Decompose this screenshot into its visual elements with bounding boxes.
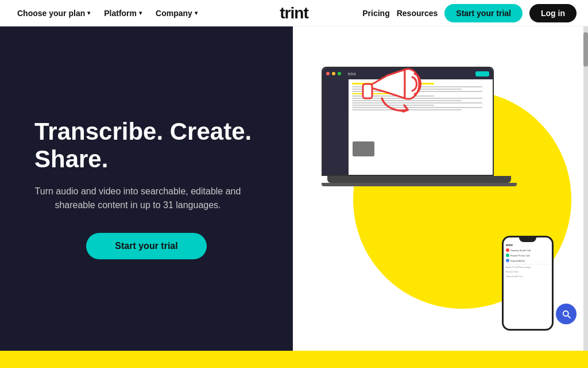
- phone-item-label: Rocket Promo Call: [510, 254, 529, 257]
- phone-section-label: Shared with You: [506, 275, 523, 278]
- phone-section-label: Audio & Call Recordings: [506, 266, 531, 269]
- search-icon: [561, 309, 571, 319]
- svg-line-2: [568, 316, 570, 317]
- nav-left: Choose your plan ▾ Platform ▾ Company ▾: [11, 0, 203, 26]
- laptop-foot: [322, 183, 517, 186]
- nav-resources-link[interactable]: Resources: [397, 9, 438, 18]
- phone-app-title: trint: [506, 243, 550, 247]
- navbar: Choose your plan ▾ Platform ▾ Company ▾ …: [0, 0, 588, 26]
- nav-item-choose-plan[interactable]: Choose your plan ▾: [11, 0, 96, 26]
- phone-section-label: Recent Trint: [506, 270, 519, 273]
- phone-list-item: Rocket Promo Call: [506, 254, 550, 257]
- svg-point-1: [563, 311, 568, 316]
- phone-item-dot: [506, 259, 509, 262]
- phone-list-item: Audio & Call Recordings: [506, 266, 550, 269]
- laptop-sidebar: [323, 79, 349, 175]
- phone-mockup: trint Starship Studio Call Rocket Promo …: [502, 236, 554, 331]
- chevron-down-icon: ▾: [139, 10, 142, 16]
- phone-list-item: Starship Studio Call: [506, 248, 550, 252]
- nav-label-company: Company: [156, 9, 192, 18]
- scrollbar[interactable]: [583, 26, 588, 351]
- phone-list-item: Recent Trint: [506, 270, 550, 273]
- phone-notch: [519, 237, 536, 242]
- nav-item-platform[interactable]: Platform ▾: [98, 0, 148, 26]
- hero-subtitle: Turn audio and video into searchable, ed…: [34, 185, 241, 212]
- nav-item-company[interactable]: Company ▾: [150, 0, 203, 26]
- phone-list-item: Shared with You: [506, 275, 550, 278]
- window-max-dot: [338, 72, 341, 75]
- hero-title: Transcribe. Create. Share.: [34, 118, 258, 174]
- svg-rect-0: [363, 84, 372, 98]
- phone-content: trint Starship Studio Call Rocket Promo …: [504, 242, 552, 281]
- hero-trial-button[interactable]: Start your trial: [86, 233, 206, 259]
- laptop-base: [327, 176, 511, 183]
- nav-pricing-link[interactable]: Pricing: [362, 9, 389, 18]
- nav-label-choose-plan: Choose your plan: [17, 9, 85, 18]
- divider: [506, 264, 550, 264]
- phone-item-label: Original Audio: [510, 259, 525, 262]
- nav-trial-button[interactable]: Start your trial: [444, 4, 523, 22]
- nav-login-button[interactable]: Log in: [529, 4, 577, 22]
- hero-right-panel: trint: [293, 26, 588, 351]
- chevron-down-icon: ▾: [195, 10, 198, 16]
- nav-label-platform: Platform: [104, 9, 137, 18]
- phone-item-dot: [506, 248, 509, 252]
- main-content: Transcribe. Create. Share. Turn audio an…: [0, 26, 588, 351]
- window-min-dot: [332, 72, 335, 75]
- scrollbar-thumb[interactable]: [583, 32, 588, 67]
- phone-item-dot: [506, 254, 509, 257]
- phone-item-label: Starship Studio Call: [510, 249, 531, 252]
- chevron-down-icon: ▾: [87, 10, 90, 16]
- nav-right: Pricing Resources Start your trial Log i…: [362, 4, 577, 22]
- phone-list-item: Original Audio: [506, 259, 550, 262]
- search-fab-button[interactable]: [556, 304, 577, 324]
- site-logo[interactable]: trint: [280, 4, 308, 22]
- window-close-dot: [326, 72, 330, 75]
- video-thumbnail: [353, 141, 374, 156]
- hero-left-panel: Transcribe. Create. Share. Turn audio an…: [0, 26, 293, 351]
- footer-yellow-bar: [0, 351, 588, 368]
- megaphone-illustration: [350, 55, 425, 121]
